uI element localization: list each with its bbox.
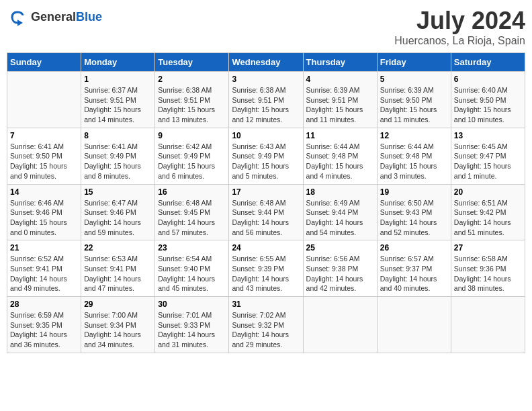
day-cell: 8 Sunrise: 6:41 AMSunset: 9:49 PMDayligh… (81, 128, 155, 184)
day-info: Sunrise: 6:44 AMSunset: 9:48 PMDaylight:… (380, 142, 448, 181)
day-number: 20 (454, 187, 522, 197)
day-cell: 22 Sunrise: 6:53 AMSunset: 9:41 PMDaylig… (81, 240, 155, 297)
day-info: Sunrise: 6:39 AMSunset: 9:50 PMDaylight:… (380, 85, 448, 125)
day-cell (7, 72, 81, 128)
day-number: 6 (454, 75, 522, 84)
logo: GeneralBlue (7, 7, 102, 28)
day-number: 7 (10, 131, 78, 140)
day-number: 13 (454, 131, 522, 140)
day-cell: 6 Sunrise: 6:40 AMSunset: 9:50 PMDayligh… (451, 72, 525, 128)
day-cell: 25 Sunrise: 6:56 AMSunset: 9:38 PMDaylig… (303, 240, 377, 297)
day-cell (303, 297, 377, 353)
week-row-5: 28 Sunrise: 6:59 AMSunset: 9:35 PMDaylig… (7, 297, 525, 353)
week-row-1: 1 Sunrise: 6:37 AMSunset: 9:51 PMDayligh… (7, 72, 525, 128)
day-cell: 15 Sunrise: 6:47 AMSunset: 9:46 PMDaylig… (81, 184, 155, 240)
col-header-friday: Friday (377, 53, 451, 72)
week-row-2: 7 Sunrise: 6:41 AMSunset: 9:50 PMDayligh… (7, 128, 525, 184)
day-info: Sunrise: 6:58 AMSunset: 9:36 PMDaylight:… (454, 254, 522, 293)
day-number: 18 (306, 187, 374, 197)
day-info: Sunrise: 6:52 AMSunset: 9:41 PMDaylight:… (10, 254, 78, 293)
day-cell (451, 297, 525, 353)
day-number: 29 (84, 300, 152, 309)
day-cell: 21 Sunrise: 6:52 AMSunset: 9:41 PMDaylig… (7, 240, 81, 297)
calendar-header-row: SundayMondayTuesdayWednesdayThursdayFrid… (7, 53, 525, 72)
day-cell: 3 Sunrise: 6:38 AMSunset: 9:51 PMDayligh… (229, 72, 303, 128)
day-cell: 27 Sunrise: 6:58 AMSunset: 9:36 PMDaylig… (451, 240, 525, 297)
col-header-sunday: Sunday (7, 53, 81, 72)
day-cell: 23 Sunrise: 6:54 AMSunset: 9:40 PMDaylig… (155, 240, 229, 297)
col-header-monday: Monday (81, 53, 155, 72)
day-info: Sunrise: 6:57 AMSunset: 9:37 PMDaylight:… (380, 254, 448, 293)
day-number: 27 (454, 243, 522, 253)
day-number: 30 (158, 300, 226, 309)
day-cell: 13 Sunrise: 6:45 AMSunset: 9:47 PMDaylig… (451, 128, 525, 184)
day-cell: 2 Sunrise: 6:38 AMSunset: 9:51 PMDayligh… (155, 72, 229, 128)
page-header: GeneralBlue July 2024 Huercanos, La Rioj… (7, 7, 525, 47)
day-cell: 26 Sunrise: 6:57 AMSunset: 9:37 PMDaylig… (377, 240, 451, 297)
day-info: Sunrise: 6:55 AMSunset: 9:39 PMDaylight:… (232, 254, 300, 293)
col-header-wednesday: Wednesday (229, 53, 303, 72)
day-number: 5 (380, 75, 448, 84)
day-number: 24 (232, 243, 300, 253)
col-header-thursday: Thursday (303, 53, 377, 72)
day-number: 11 (306, 131, 374, 140)
day-info: Sunrise: 6:45 AMSunset: 9:47 PMDaylight:… (454, 142, 522, 181)
day-info: Sunrise: 6:39 AMSunset: 9:51 PMDaylight:… (306, 85, 374, 125)
day-number: 2 (158, 75, 226, 84)
day-info: Sunrise: 6:48 AMSunset: 9:44 PMDaylight:… (232, 198, 300, 238)
day-cell: 20 Sunrise: 6:51 AMSunset: 9:42 PMDaylig… (451, 184, 525, 240)
calendar-table: SundayMondayTuesdayWednesdayThursdayFrid… (7, 52, 525, 353)
day-number: 17 (232, 187, 300, 197)
day-info: Sunrise: 6:38 AMSunset: 9:51 PMDaylight:… (232, 85, 300, 125)
day-cell: 1 Sunrise: 6:37 AMSunset: 9:51 PMDayligh… (81, 72, 155, 128)
day-info: Sunrise: 7:02 AMSunset: 9:32 PMDaylight:… (232, 310, 300, 350)
day-cell: 4 Sunrise: 6:39 AMSunset: 9:51 PMDayligh… (303, 72, 377, 128)
day-number: 26 (380, 243, 448, 253)
day-number: 21 (10, 243, 78, 253)
day-number: 1 (84, 75, 152, 84)
day-number: 3 (232, 75, 300, 84)
day-info: Sunrise: 6:41 AMSunset: 9:50 PMDaylight:… (10, 142, 78, 181)
day-number: 22 (84, 243, 152, 253)
day-info: Sunrise: 6:53 AMSunset: 9:41 PMDaylight:… (84, 254, 152, 293)
week-row-3: 14 Sunrise: 6:46 AMSunset: 9:46 PMDaylig… (7, 184, 525, 240)
day-info: Sunrise: 6:43 AMSunset: 9:49 PMDaylight:… (232, 142, 300, 181)
day-info: Sunrise: 6:47 AMSunset: 9:46 PMDaylight:… (84, 198, 152, 238)
day-number: 14 (10, 187, 78, 197)
day-info: Sunrise: 6:38 AMSunset: 9:51 PMDaylight:… (158, 85, 226, 125)
day-info: Sunrise: 6:59 AMSunset: 9:35 PMDaylight:… (10, 310, 78, 350)
day-info: Sunrise: 6:56 AMSunset: 9:38 PMDaylight:… (306, 254, 374, 293)
day-info: Sunrise: 7:00 AMSunset: 9:34 PMDaylight:… (84, 310, 152, 350)
day-info: Sunrise: 6:48 AMSunset: 9:45 PMDaylight:… (158, 198, 226, 238)
day-cell: 12 Sunrise: 6:44 AMSunset: 9:48 PMDaylig… (377, 128, 451, 184)
day-cell: 17 Sunrise: 6:48 AMSunset: 9:44 PMDaylig… (229, 184, 303, 240)
day-cell: 9 Sunrise: 6:42 AMSunset: 9:49 PMDayligh… (155, 128, 229, 184)
day-number: 15 (84, 187, 152, 197)
day-info: Sunrise: 6:46 AMSunset: 9:46 PMDaylight:… (10, 198, 78, 238)
day-info: Sunrise: 6:42 AMSunset: 9:49 PMDaylight:… (158, 142, 226, 181)
day-cell: 5 Sunrise: 6:39 AMSunset: 9:50 PMDayligh… (377, 72, 451, 128)
col-header-tuesday: Tuesday (155, 53, 229, 72)
day-cell: 11 Sunrise: 6:44 AMSunset: 9:48 PMDaylig… (303, 128, 377, 184)
day-cell (377, 297, 451, 353)
day-number: 10 (232, 131, 300, 140)
title-area: July 2024 Huercanos, La Rioja, Spain (394, 7, 525, 47)
day-cell: 18 Sunrise: 6:49 AMSunset: 9:44 PMDaylig… (303, 184, 377, 240)
day-info: Sunrise: 6:41 AMSunset: 9:49 PMDaylight:… (84, 142, 152, 181)
day-info: Sunrise: 7:01 AMSunset: 9:33 PMDaylight:… (158, 310, 226, 350)
logo-icon (7, 7, 28, 28)
day-cell: 24 Sunrise: 6:55 AMSunset: 9:39 PMDaylig… (229, 240, 303, 297)
day-number: 8 (84, 131, 152, 140)
day-cell: 29 Sunrise: 7:00 AMSunset: 9:34 PMDaylig… (81, 297, 155, 353)
col-header-saturday: Saturday (451, 53, 525, 72)
day-info: Sunrise: 6:40 AMSunset: 9:50 PMDaylight:… (454, 85, 522, 125)
day-info: Sunrise: 6:49 AMSunset: 9:44 PMDaylight:… (306, 198, 374, 238)
day-number: 19 (380, 187, 448, 197)
day-info: Sunrise: 6:51 AMSunset: 9:42 PMDaylight:… (454, 198, 522, 238)
day-cell: 16 Sunrise: 6:48 AMSunset: 9:45 PMDaylig… (155, 184, 229, 240)
day-info: Sunrise: 6:54 AMSunset: 9:40 PMDaylight:… (158, 254, 226, 293)
day-number: 9 (158, 131, 226, 140)
day-cell: 19 Sunrise: 6:50 AMSunset: 9:43 PMDaylig… (377, 184, 451, 240)
day-number: 12 (380, 131, 448, 140)
day-number: 31 (232, 300, 300, 309)
